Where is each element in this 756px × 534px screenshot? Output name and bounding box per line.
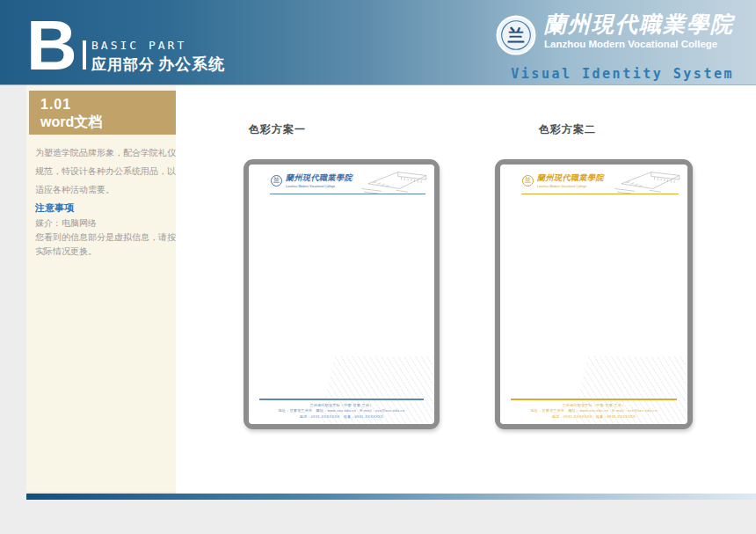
scheme1-letterhead-preview: 兰 蘭州現代職業學院 Lanzhou Modern Vocational Col…: [244, 159, 440, 429]
college-name-cn: 蘭州現代職業學院: [544, 12, 734, 38]
section-title-en: BASIC PART: [91, 39, 225, 52]
contact-line: 电话：0931-XXXXXXX 传真：0931-XXXXXXX: [500, 414, 687, 421]
letterhead-brand-text: 蘭州現代職業學院 Lanzhou Modern Vocational Colle…: [286, 172, 353, 188]
section-page-title: word文档: [40, 113, 176, 132]
section-index: 1.01: [40, 97, 176, 113]
college-brand-text: 蘭州現代職業學院 Lanzhou Modern Vocational Colle…: [544, 12, 734, 49]
contact-line: 电话：0931-XXXXXXX 传真：0931-XXXXXXX: [249, 414, 434, 421]
letterhead-contact-block: 兰州现代职业学院（中国·甘肃·兰州） 地址：甘肃省兰州市 网址：www.xxx.…: [500, 403, 687, 421]
header-divider: [83, 40, 86, 69]
college-brand: 兰 蘭州現代職業學院 Lanzhou Modern Vocational Col…: [496, 12, 734, 55]
letterhead-page: 兰 蘭州現代職業學院 Lanzhou Modern Vocational Col…: [500, 165, 687, 424]
campus-building-sketch: [360, 167, 430, 195]
letterhead-header: 兰 蘭州現代職業學院 Lanzhou Modern Vocational Col…: [271, 172, 353, 188]
college-seal-icon-small: 兰: [522, 175, 534, 187]
college-name-en: Lanzhou Modern Vocational College: [544, 39, 734, 49]
svg-text:兰: 兰: [506, 26, 524, 46]
letterhead-name-cn: 蘭州現代職業學院: [537, 172, 604, 184]
letterhead-bottom-rule: [511, 399, 677, 400]
page-header: B BASIC PART 应用部分办公系统 兰 蘭州現代職業學院 Lanzhou…: [0, 0, 756, 85]
vi-manual-page: B BASIC PART 应用部分办公系统 兰 蘭州現代職業學院 Lanzhou…: [0, 0, 756, 534]
letterhead-brand-text: 蘭州現代職業學院 Lanzhou Modern Vocational Colle…: [537, 172, 604, 188]
letterhead-name-en: Lanzhou Modern Vocational College: [286, 185, 353, 188]
letterhead-header: 兰 蘭州現代職業學院 Lanzhou Modern Vocational Col…: [522, 172, 604, 188]
letterhead-top-rule: [521, 194, 679, 194]
section-names: BASIC PART 应用部分办公系统: [91, 39, 225, 75]
letterhead-name-cn: 蘭州現代職業學院: [286, 172, 353, 184]
footer-accent-bar: [26, 494, 756, 500]
notes-block: 注意事项 媒介：电脑网络 您看到的信息部分是虚拟信息，请按实际情况更换。: [35, 201, 176, 259]
scheme2-letterhead-preview: 兰 蘭州現代職業學院 Lanzhou Modern Vocational Col…: [495, 159, 693, 429]
letterhead-top-rule: [270, 194, 425, 194]
notes-title: 注意事项: [35, 201, 176, 215]
letterhead-bottom-rule: [259, 399, 424, 400]
section-letter: B: [26, 11, 77, 81]
vis-system-label: Visual Identity System: [511, 66, 734, 82]
college-seal-icon-small: 兰: [271, 175, 282, 187]
section-title-cn-sub: 办公系统: [158, 55, 225, 73]
scheme2-label: 色彩方案二: [539, 122, 596, 137]
section-description: 为塑造学院品牌形象，配合学院礼仪规范，特设计各种办公系统用品，以适应各种活动需要…: [35, 143, 176, 199]
sidebar-panel: 1.01 word文档 为塑造学院品牌形象，配合学院礼仪规范，特设计各种办公系统…: [26, 85, 176, 492]
college-seal-icon: 兰: [496, 15, 536, 55]
section-title-cn-main: 应用部分: [91, 56, 155, 73]
notes-line-disclaimer: 您看到的信息部分是虚拟信息，请按实际情况更换。: [35, 230, 176, 259]
scheme1-label: 色彩方案一: [249, 122, 306, 137]
section-title-cn: 应用部分办公系统: [91, 54, 225, 75]
letterhead-name-en: Lanzhou Modern Vocational College: [537, 185, 604, 188]
letterhead-page: 兰 蘭州現代職業學院 Lanzhou Modern Vocational Col…: [249, 165, 434, 424]
notes-line-media: 媒介：电脑网络: [35, 216, 176, 230]
section-index-box: 1.01 word文档: [29, 91, 176, 135]
campus-building-sketch: [613, 167, 683, 195]
letterhead-contact-block: 兰州现代职业学院（中国·甘肃·兰州） 地址：甘肃省兰州市 网址：www.xxx.…: [249, 403, 434, 421]
